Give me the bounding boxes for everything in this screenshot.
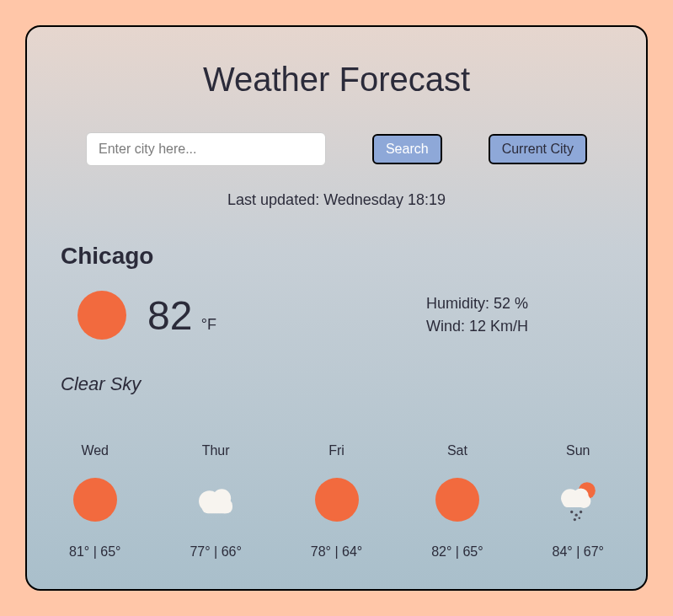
cloud-icon xyxy=(191,475,240,524)
forecast-range: 82° | 65° xyxy=(431,544,483,560)
weather-description: Clear Sky xyxy=(61,373,612,395)
svg-point-10 xyxy=(575,513,578,516)
forecast-range: 81° | 65° xyxy=(69,544,120,560)
sun-icon xyxy=(312,475,361,524)
forecast-row: Wed 81° | 65° Thur 77° | 66 xyxy=(61,443,612,568)
humidity-row: Humidity: 52 % xyxy=(426,292,528,315)
svg-point-12 xyxy=(574,518,576,521)
temperature-value: 82 xyxy=(147,293,192,338)
humidity-label: Humidity: xyxy=(426,295,494,312)
temperature-unit: °F xyxy=(201,316,216,333)
forecast-item: Sat 82° | 65° xyxy=(431,443,483,560)
forecast-item: Sun xyxy=(553,443,604,560)
wind-label: Wind: xyxy=(426,318,469,335)
main-weather: Chicago 82 °F Humidity: 52 % Wind: 12 Km… xyxy=(61,243,612,568)
weather-row: 82 °F Humidity: 52 % Wind: 12 Km/H xyxy=(61,291,612,340)
weather-details: Humidity: 52 % Wind: 12 Km/H xyxy=(426,292,612,338)
forecast-day: Sat xyxy=(447,443,467,458)
svg-point-13 xyxy=(579,517,581,519)
search-button[interactable]: Search xyxy=(372,134,442,164)
forecast-range: 77° | 66° xyxy=(190,544,241,560)
page-title: Weather Forecast xyxy=(61,61,612,99)
current-city-button[interactable]: Current City xyxy=(489,134,587,164)
city-name: Chicago xyxy=(61,243,612,270)
search-row: Search Current City xyxy=(61,132,612,166)
forecast-item: Fri 78° | 64° xyxy=(311,443,362,560)
svg-point-11 xyxy=(580,511,582,513)
svg-point-9 xyxy=(570,511,573,513)
sun-icon xyxy=(71,475,120,524)
forecast-item: Thur 77° | 66° xyxy=(190,443,241,560)
humidity-value: 52 % xyxy=(494,295,528,312)
forecast-range: 78° | 64° xyxy=(311,544,362,560)
svg-rect-3 xyxy=(202,501,232,514)
weather-left: 82 °F xyxy=(61,291,426,340)
wind-value: 12 Km/H xyxy=(469,318,528,335)
forecast-range: 84° | 67° xyxy=(553,544,604,560)
sun-icon xyxy=(77,291,126,340)
forecast-day: Thur xyxy=(202,443,230,458)
svg-rect-8 xyxy=(563,496,590,507)
forecast-day: Wed xyxy=(81,443,109,458)
weather-container: Weather Forecast Search Current City Las… xyxy=(25,25,648,591)
city-search-input[interactable] xyxy=(86,132,326,166)
temperature-wrap: 82 °F xyxy=(147,292,216,339)
last-updated-text: Last updated: Wednesday 18:19 xyxy=(61,191,612,209)
forecast-day: Fri xyxy=(328,443,345,458)
wind-row: Wind: 12 Km/H xyxy=(426,315,528,338)
forecast-day: Sun xyxy=(566,443,590,458)
rain-sun-icon xyxy=(553,475,602,524)
forecast-item: Wed 81° | 65° xyxy=(69,443,120,560)
sun-icon xyxy=(433,475,482,524)
